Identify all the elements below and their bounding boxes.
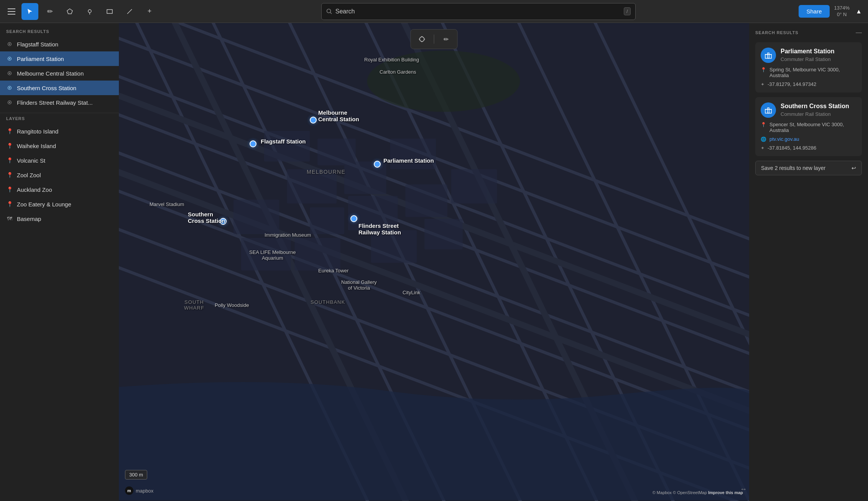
- search-bar[interactable]: Search /: [321, 3, 636, 20]
- sidebar-label-parliament: Parliament Station: [17, 56, 64, 62]
- search-result-icon-melb-central: [6, 70, 13, 77]
- result-card-parliament: Parliament Station Commuter Rail Station…: [755, 42, 862, 92]
- layers-section: LAYERS 📍 Rangitoto Island 📍 Waiheke Isla…: [0, 116, 119, 226]
- topbar: ✏ + Search / Share 1374% 0° N ▲: [0, 0, 868, 23]
- sidebar-item-rangitoto[interactable]: 📍 Rangitoto Island: [0, 124, 119, 138]
- map-toolbar-edit[interactable]: ✏: [439, 32, 454, 46]
- tool-add[interactable]: +: [141, 3, 158, 20]
- tool-polygon[interactable]: [61, 3, 78, 20]
- svg-line-4: [127, 9, 132, 14]
- sidebar-item-waiheke[interactable]: 📍 Waiheke Island: [0, 138, 119, 153]
- svg-rect-61: [768, 108, 769, 113]
- attribution-text: © Mapbox © OpenStreetMap: [653, 490, 707, 495]
- search-result-icon-flinders: [6, 99, 13, 106]
- tool-pin[interactable]: [81, 3, 98, 20]
- sidebar-item-auckland-zoo[interactable]: 📍 Auckland Zoo: [0, 182, 119, 197]
- svg-point-5: [327, 9, 330, 13]
- svg-point-52: [420, 37, 424, 41]
- search-input-label: Search: [335, 8, 621, 15]
- svg-rect-46: [310, 208, 344, 234]
- address-icon-southern-cross: 📍: [761, 122, 766, 127]
- result-coords-southern-cross: ✦ -37.81845, 144.95286: [761, 145, 856, 151]
- layer-icon-rangitoto: 📍: [6, 128, 13, 135]
- layer-icon-waiheke: 📍: [6, 142, 13, 149]
- menu-button[interactable]: [5, 5, 18, 18]
- sidebar-item-flagstaff[interactable]: Flagstaff Station: [0, 37, 119, 51]
- layer-icon-volcanic: 📍: [6, 157, 13, 164]
- search-kbd: /: [624, 7, 631, 15]
- sidebar-label-zoo-eatery: Zoo Eatery & Lounge: [17, 201, 71, 208]
- result-info-parliament: Parliament Station Commuter Rail Station: [781, 48, 834, 62]
- svg-rect-47: [371, 230, 417, 263]
- sidebar-item-zoolzool[interactable]: 📍 Zool Zool: [0, 168, 119, 182]
- coords-icon-parliament: ✦: [761, 82, 764, 87]
- result-name-southern-cross: Southern Cross Station: [781, 102, 849, 110]
- layer-icon-zoolzool: 📍: [6, 171, 13, 178]
- svg-rect-45: [451, 169, 497, 204]
- result-card-southern-cross: Southern Cross Station Commuter Rail Sta…: [755, 97, 862, 156]
- svg-rect-40: [287, 169, 337, 204]
- sidebar-label-flagstaff: Flagstaff Station: [17, 41, 58, 48]
- mapbox-label: mapbox: [136, 488, 153, 494]
- sidebar-item-melbourne-central[interactable]: Melbourne Central Station: [0, 66, 119, 81]
- map-toolbar-crosshair[interactable]: [415, 32, 429, 46]
- sidebar-item-zoo-eatery[interactable]: 📍 Zoo Eatery & Lounge: [0, 197, 119, 211]
- search-wrapper: Search /: [161, 3, 796, 20]
- svg-rect-44: [405, 185, 447, 217]
- toolbar-divider: [434, 35, 434, 44]
- website-icon-southern-cross: 🌐: [761, 137, 766, 142]
- map-nav-arrow[interactable]: ↔: [738, 483, 749, 495]
- sidebar-item-flinders[interactable]: Flinders Street Railway Stat...: [0, 95, 119, 110]
- sidebar-item-southern-cross[interactable]: Southern Cross Station: [0, 81, 119, 95]
- svg-rect-3: [107, 10, 112, 13]
- sidebar-item-parliament[interactable]: Parliament Station: [0, 51, 119, 66]
- result-address-parliament: 📍 Spring St, Melbourne VIC 3000, Austral…: [761, 67, 856, 78]
- sidebar-item-volcanic[interactable]: 📍 Volcanic St: [0, 153, 119, 168]
- layer-icon-basemap: 🗺: [6, 215, 13, 222]
- save-results-label: Save 2 results to new layer: [761, 165, 825, 171]
- result-info-southern-cross: Southern Cross Station Commuter Rail Sta…: [781, 102, 849, 117]
- address-icon-parliament: 📍: [761, 67, 766, 73]
- sidebar-label-melbourne-central: Melbourne Central Station: [17, 70, 84, 77]
- svg-rect-39: [317, 138, 356, 165]
- svg-line-6: [330, 12, 332, 14]
- save-results-button[interactable]: Save 2 results to new layer ↩: [755, 161, 862, 175]
- map-toolbar: ✏: [411, 29, 458, 49]
- search-result-icon-parliament: [6, 55, 13, 62]
- map-scale: 300 m: [125, 470, 147, 480]
- result-address-southern-cross: 📍 Spencer St, Melbourne VIC 3000, Austra…: [761, 122, 856, 133]
- tool-rectangle[interactable]: [101, 3, 118, 20]
- save-results-icon: ↩: [852, 165, 856, 171]
- mapbox-icon: m: [125, 486, 133, 495]
- layers-title: LAYERS: [0, 116, 119, 124]
- dot-flagstaff: [250, 140, 256, 147]
- svg-point-8: [9, 43, 10, 45]
- result-website-southern-cross: 🌐 ptv.vic.gov.au: [761, 136, 856, 142]
- dot-melbourne-central: [310, 117, 317, 124]
- result-type-parliament: Commuter Rail Station: [781, 56, 834, 62]
- sidebar-divider-1: [0, 113, 119, 113]
- svg-rect-57: [765, 54, 771, 58]
- right-sidebar-close-button[interactable]: —: [856, 29, 862, 36]
- coords-icon-southern-cross: ✦: [761, 145, 764, 151]
- sidebar-item-basemap[interactable]: 🗺 Basemap: [0, 211, 119, 226]
- svg-point-37: [367, 51, 520, 112]
- svg-rect-38: [264, 131, 310, 162]
- map-area[interactable]: ✏ MelbourneCentral Station Flagstaff Sta…: [119, 23, 749, 501]
- sidebar-label-flinders: Flinders Street Railway Stat...: [17, 99, 93, 106]
- tool-pencil[interactable]: ✏: [41, 3, 58, 20]
- share-button[interactable]: Share: [799, 5, 829, 18]
- tool-cursor[interactable]: [21, 3, 38, 20]
- dot-southern-cross: [220, 218, 227, 225]
- sidebar-label-volcanic: Volcanic St: [17, 157, 45, 164]
- result-website-link[interactable]: ptv.vic.gov.au: [769, 136, 799, 142]
- svg-point-1: [88, 10, 91, 13]
- svg-rect-58: [768, 53, 769, 58]
- scale-label: 300 m: [129, 472, 143, 478]
- search-results-title: SEARCH RESULTS: [0, 29, 119, 37]
- tool-line[interactable]: [121, 3, 138, 20]
- svg-marker-0: [67, 9, 72, 14]
- search-result-icon-southern-cross: [6, 84, 13, 91]
- result-name-parliament: Parliament Station: [781, 48, 834, 56]
- result-card-header-parliament: Parliament Station Commuter Rail Station: [761, 48, 856, 63]
